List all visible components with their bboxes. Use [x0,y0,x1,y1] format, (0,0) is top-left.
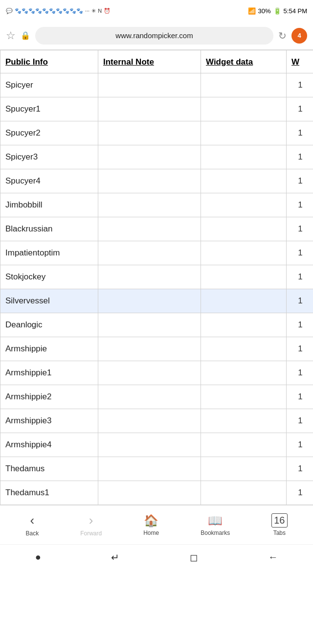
cell-widget-data [201,145,287,169]
cell-internal-note [98,313,201,337]
cell-widget-data [201,193,287,217]
bookmarks-icon: 📖 [208,514,223,528]
cell-widget-data [201,241,287,265]
table-row[interactable]: Stokjockey1 [0,265,313,289]
table-row[interactable]: Thedamus1 [0,457,313,481]
cell-public-info: Armshippie1 [0,361,98,385]
cell-widget-data [201,481,287,505]
tabs-button[interactable]: 4 [291,28,307,44]
table-row[interactable]: Silvervessel1 [0,289,313,313]
table-row[interactable]: Impatientoptim1 [0,241,313,265]
star-icon[interactable]: ☆ [6,29,16,42]
cell-w: 1 [287,145,313,169]
square-button[interactable]: ◻ [190,552,198,563]
cell-public-info: Armshippie3 [0,409,98,433]
cell-w: 1 [287,385,313,409]
table-row[interactable]: Blackrussian1 [0,217,313,241]
cell-w: 1 [287,361,313,385]
col-public-info: Public Info [0,50,98,73]
url-bar[interactable]: www.randompicker.com [35,27,273,45]
table-row[interactable]: Deanlogic1 [0,313,313,337]
col-widget-data: Widget data [201,50,287,73]
cell-public-info: Stokjockey [0,265,98,289]
browser-bottom-nav: ‹ Back › Forward 🏠 Home 📖 Bookmarks 16 T… [0,505,313,544]
cell-public-info: Thedamus [0,457,98,481]
nav-tabs[interactable]: 16 Tabs [271,513,287,536]
cell-w: 1 [287,193,313,217]
cell-w: 1 [287,73,313,97]
table-row[interactable]: Thedamus11 [0,481,313,505]
col-w: W [287,50,313,73]
notification-icon: 💬 [6,8,13,14]
cell-public-info: Silvervessel [0,289,98,313]
table-row[interactable]: Armshippie21 [0,385,313,409]
tab-count: 4 [297,32,301,39]
back-system-button[interactable]: ← [268,552,278,563]
app-icons: 🐾🐾🐾🐾🐾🐾🐾🐾🐾🐾 [15,8,83,14]
forward-icon: › [89,513,93,528]
table-row[interactable]: Spicyer31 [0,145,313,169]
table-row[interactable]: Spucyer41 [0,169,313,193]
cell-internal-note [98,97,201,121]
url-text: www.randompicker.com [115,31,193,40]
cell-w: 1 [287,217,313,241]
cell-w: 1 [287,409,313,433]
data-table: Public Info Internal Note Widget data W … [0,50,313,505]
cell-public-info: Jimbobbill [0,193,98,217]
dot-button[interactable]: ● [35,552,41,563]
nav-bookmarks[interactable]: 📖 Bookmarks [201,514,230,536]
status-right: 📶 30% 🔋 5:54 PM [248,7,307,15]
cell-internal-note [98,337,201,361]
cell-w: 1 [287,289,313,313]
cell-internal-note [98,121,201,145]
refresh-icon[interactable]: ↻ [278,30,287,42]
cell-widget-data [201,121,287,145]
table-row[interactable]: Armshippie11 [0,361,313,385]
alarm-icon: ⏰ [104,8,111,14]
cell-widget-data [201,73,287,97]
cell-public-info: Armshippie4 [0,433,98,457]
cell-widget-data [201,97,287,121]
cell-w: 1 [287,97,313,121]
cell-widget-data [201,385,287,409]
cell-public-info: Spicyer3 [0,145,98,169]
cell-widget-data [201,169,287,193]
cell-w: 1 [287,169,313,193]
cell-public-info: Spucyer4 [0,169,98,193]
cell-w: 1 [287,121,313,145]
cell-widget-data [201,409,287,433]
cell-widget-data [201,265,287,289]
cell-internal-note [98,265,201,289]
system-nav-bar: ● ↵ ◻ ← [0,544,313,570]
table-row[interactable]: Spucyer11 [0,97,313,121]
cell-internal-note [98,457,201,481]
time: 5:54 PM [284,7,307,15]
dots-icon: ··· [85,8,89,14]
table-row[interactable]: Jimbobbill1 [0,193,313,217]
nav-forward-label: Forward [80,530,102,537]
cell-internal-note [98,73,201,97]
table-row[interactable]: Spicyer1 [0,73,313,97]
nav-forward[interactable]: › Forward [80,513,102,537]
cell-public-info: Blackrussian [0,217,98,241]
battery-level: 30% [258,7,271,15]
table-row[interactable]: Armshippie31 [0,409,313,433]
nav-tabs-label: Tabs [273,529,286,536]
cell-public-info: Spucyer1 [0,97,98,121]
nav-back[interactable]: ‹ Back [26,513,39,537]
table-row[interactable]: Armshippie1 [0,337,313,361]
table-row[interactable]: Armshippie41 [0,433,313,457]
cell-internal-note [98,361,201,385]
cell-internal-note [98,409,201,433]
cell-widget-data [201,337,287,361]
nav-bookmarks-label: Bookmarks [201,529,230,536]
status-icons: 💬 🐾🐾🐾🐾🐾🐾🐾🐾🐾🐾 ··· ✳ N ⏰ [6,8,111,14]
battery-icon: 🔋 [273,7,281,15]
cell-w: 1 [287,313,313,337]
cell-w: 1 [287,433,313,457]
nav-home[interactable]: 🏠 Home [143,514,159,536]
cell-widget-data [201,217,287,241]
return-button[interactable]: ↵ [111,552,119,563]
cell-public-info: Impatientoptim [0,241,98,265]
table-row[interactable]: Spucyer21 [0,121,313,145]
